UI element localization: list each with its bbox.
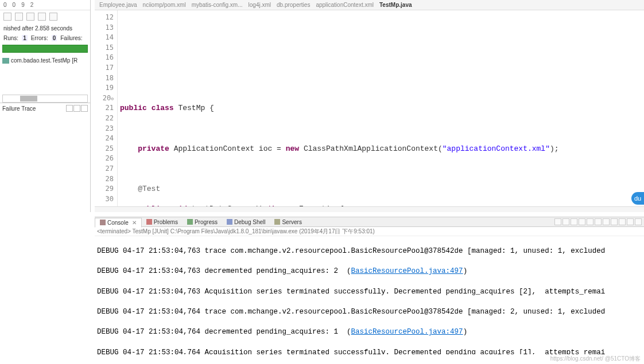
counter: 2 [30,2,34,8]
horizontal-scrollbar[interactable] [2,95,88,103]
annotation: @Test [138,185,160,193]
next-failure-icon[interactable] [3,13,11,21]
editor-tab-bar: Employee.java nciiomp/pom.xml mybatis-co… [95,0,644,10]
failures-label: Failures: [60,35,82,41]
junit-progress-bar [2,45,88,53]
code-text: ); [550,144,559,153]
log-line: DEBUG 04-17 21:53:04,763 decremented pen… [95,267,644,277]
editor-tab[interactable]: log4j.xml [249,2,271,8]
editor-tab[interactable]: db.properties [277,2,310,8]
new-console-icon[interactable] [619,218,626,225]
compare-icon[interactable] [66,105,73,112]
console-icon [100,220,106,225]
tab-label: Console [107,220,129,226]
log-line: DEBUG 04-17 21:53:04,764 Acquisition ser… [95,348,644,354]
remove-launch-icon[interactable] [562,218,569,225]
menu-icon[interactable] [81,105,88,112]
close-icon[interactable]: ✕ [132,220,137,226]
pin-console-icon[interactable] [595,218,602,225]
editor-tab[interactable]: nciiomp/pom.xml [143,2,186,8]
terminate-icon[interactable] [554,218,561,225]
bottom-tab-bar: Console✕ Problems Progress Debug Shell S… [95,217,644,227]
remove-all-icon[interactable] [571,218,577,225]
filter-icon[interactable] [73,105,80,112]
code-editor[interactable]: 12131415 16171819 20⊖212223 24252627 282… [95,10,644,211]
test-pass-icon [2,58,9,64]
debug-shell-tab[interactable]: Debug Shell [222,218,270,226]
counter: 0 [3,2,7,8]
junit-stats: Runs: 1 Errors: 0 Failures: [0,34,90,42]
kw-new: new [286,144,299,153]
failure-trace-label: Failure Trace [2,105,36,112]
counter: 0 [13,2,16,8]
junit-counter-bar: 0 0 9 2 [0,0,90,10]
maximize-icon[interactable] [635,218,642,225]
history-icon[interactable] [49,13,57,21]
problems-tab[interactable]: Problems [142,218,183,226]
editor-tab[interactable]: mybatis-config.xm... [192,2,243,8]
tab-label: Servers [282,219,301,225]
runs-value: 1 [22,35,28,41]
code-text: ApplicationContext ioc = [174,144,286,153]
progress-icon [187,219,193,225]
stop-icon[interactable] [38,13,46,21]
test-node-label: com.badao.test.TestMp [R [11,57,77,64]
editor-tab-active[interactable]: TestMp.java [379,2,412,8]
log-line: DEBUG 04-17 21:53:04,764 decremented pen… [95,327,644,338]
console-toolbar [554,218,644,225]
class-name: TestMp { [178,104,214,112]
console-tab[interactable]: Console✕ [95,218,142,228]
junit-panel: 0 0 9 2 nished after 2.858 seconds Runs:… [0,0,91,212]
kw-private: private [138,144,169,153]
tab-label: Problems [154,219,178,225]
rerun-icon[interactable] [26,13,34,21]
code-content[interactable]: public class TestMp { private Applicatio… [118,10,644,211]
scroll-lock-icon[interactable] [587,218,593,225]
junit-test-tree[interactable]: com.badao.test.TestMp [R [0,55,90,66]
failure-trace-header: Failure Trace [0,103,90,113]
errors-value: 0 [52,35,57,41]
kw-public: public [120,104,147,112]
console-output[interactable]: DEBUG 04-17 21:53:04,763 trace com.mchan… [95,236,644,354]
problems-icon [146,219,152,225]
line-number-gutter: 12131415 16171819 20⊖212223 24252627 282… [95,10,118,211]
display-selected-icon[interactable] [603,218,610,225]
debug-icon [227,219,232,225]
code-text: ClassPathXmlApplicationContext( [299,144,443,153]
runs-label: Runs: [3,35,18,41]
test-tree-node[interactable]: com.badao.test.TestMp [R [2,57,88,64]
errors-label: Errors: [31,35,48,41]
finish-status: nished after 2.858 seconds [0,23,90,34]
counter: 9 [21,2,25,8]
source-link[interactable]: BasicResourcePool.java:497 [351,267,463,275]
log-line: DEBUG 04-17 21:53:04,763 Acquisition ser… [95,287,644,298]
log-line: DEBUG 04-17 21:53:04,764 trace com.mchan… [95,307,644,318]
progress-tab[interactable]: Progress [183,218,222,226]
log-line: DEBUG 04-17 21:53:04,763 trace com.mchan… [95,246,644,257]
prev-failure-icon[interactable] [15,13,23,21]
junit-toolbar [0,10,90,23]
tab-label: Progress [195,219,218,225]
tab-label: Debug Shell [234,219,265,225]
open-console-icon[interactable] [611,218,618,225]
watermark-text: https://blog.csdn.net/ @51CTO博客 [550,355,641,363]
source-link[interactable]: BasicResourcePool.java:497 [351,328,463,336]
minimize-icon[interactable] [627,218,634,225]
editor-tab[interactable]: Employee.java [99,2,137,8]
editor-hscrollbar[interactable] [95,206,644,212]
assistant-badge[interactable]: du [631,192,644,205]
console-process-label: <terminated> TestMp [JUnit] C:\Program F… [95,227,644,236]
servers-tab[interactable]: Servers [270,218,306,226]
string-literal: "applicationContext.xml" [443,144,550,153]
servers-icon [274,219,280,225]
editor-tab[interactable]: applicationContext.xml [316,2,374,8]
clear-console-icon[interactable] [579,218,585,225]
kw-class: class [152,104,174,112]
